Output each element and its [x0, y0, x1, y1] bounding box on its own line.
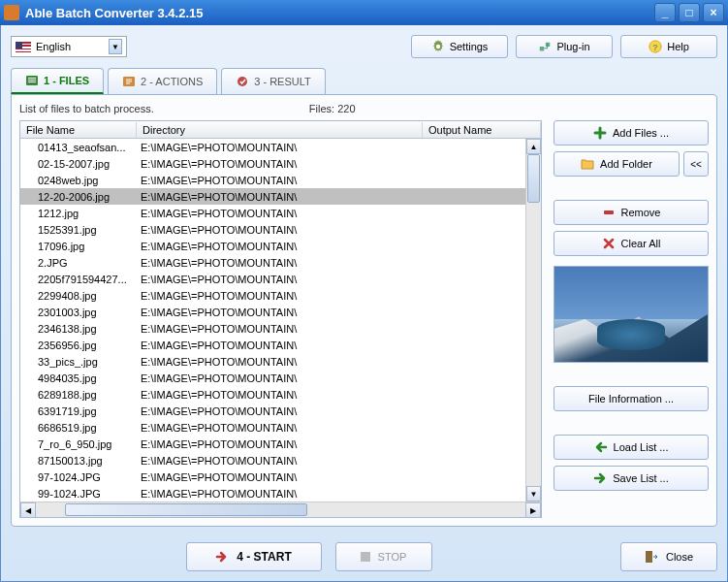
svg-point-0 [435, 45, 439, 48]
scroll-right-icon[interactable]: ▶ [525, 502, 541, 518]
col-output[interactable]: Output Name [423, 122, 541, 138]
cell-filename: 97-1024.JPG [20, 471, 137, 483]
table-header: File Name Directory Output Name [20, 121, 541, 139]
cell-filename: 6289188.jpg [20, 389, 137, 401]
arrow-right-icon [593, 471, 607, 485]
table-row[interactable]: 01413_seaofsan...E:\IMAGE\=PHOTO\MOUNTAI… [20, 139, 525, 155]
table-row[interactable]: 2346138.jpgE:\IMAGE\=PHOTO\MOUNTAIN\ [20, 320, 525, 337]
chevron-down-icon[interactable]: ▼ [109, 39, 122, 54]
plugin-button[interactable]: Plug-in [516, 35, 613, 58]
cell-directory: E:\IMAGE\=PHOTO\MOUNTAIN\ [137, 471, 423, 483]
add-files-button[interactable]: Add Files ... [554, 120, 709, 146]
folder-icon [581, 157, 594, 171]
tabs: 1 - FILES 2 - ACTIONS 3 - RESULT [11, 68, 717, 94]
load-list-label: Load List ... [614, 441, 669, 453]
tab-result[interactable]: 3 - RESULT [221, 68, 325, 94]
table-row[interactable]: 17096.jpgE:\IMAGE\=PHOTO\MOUNTAIN\ [20, 238, 525, 254]
titlebar[interactable]: Able Batch Converter 3.4.2.15 _ □ × [0, 0, 728, 25]
cell-directory: E:\IMAGE\=PHOTO\MOUNTAIN\ [137, 158, 423, 170]
tab-actions[interactable]: 2 - ACTIONS [108, 68, 217, 94]
svg-rect-6 [28, 81, 36, 82]
table-row[interactable]: 2205f791594427...E:\IMAGE\=PHOTO\MOUNTAI… [20, 271, 525, 287]
scroll-up-icon[interactable]: ▲ [526, 139, 541, 154]
cell-directory: E:\IMAGE\=PHOTO\MOUNTAIN\ [137, 340, 423, 351]
table-row[interactable]: 2.JPGE:\IMAGE\=PHOTO\MOUNTAIN\ [20, 254, 525, 271]
table-row[interactable]: 2301003.jpgE:\IMAGE\=PHOTO\MOUNTAIN\ [20, 304, 525, 320]
cell-filename: 01413_seaofsan... [20, 142, 137, 153]
remove-button[interactable]: Remove [554, 200, 709, 225]
scroll-left-icon[interactable]: ◀ [20, 502, 36, 518]
close-button[interactable]: Close [620, 542, 717, 571]
svg-rect-11 [646, 551, 652, 563]
add-folder-button[interactable]: Add Folder [554, 151, 680, 177]
cell-directory: E:\IMAGE\=PHOTO\MOUNTAIN\ [137, 438, 423, 450]
app-icon [4, 5, 19, 20]
cell-directory: E:\IMAGE\=PHOTO\MOUNTAIN\ [137, 372, 423, 384]
col-filename[interactable]: File Name [20, 122, 137, 138]
table-row[interactable]: 87150013.jpgE:\IMAGE\=PHOTO\MOUNTAIN\ [20, 452, 525, 469]
close-label: Close [666, 551, 693, 563]
table-row[interactable]: 12-20-2006.jpgE:\IMAGE\=PHOTO\MOUNTAIN\ [20, 188, 525, 205]
load-list-button[interactable]: Load List ... [554, 435, 709, 460]
plus-icon [593, 126, 607, 140]
close-window-button[interactable]: × [703, 3, 724, 22]
cell-filename: 4984035.jpg [20, 372, 137, 384]
table-row[interactable]: 2299408.jpgE:\IMAGE\=PHOTO\MOUNTAIN\ [20, 287, 525, 304]
cell-filename: 1525391.jpg [20, 224, 137, 236]
language-select[interactable]: English ▼ [11, 36, 127, 57]
svg-rect-10 [361, 552, 370, 562]
col-directory[interactable]: Directory [137, 122, 423, 138]
file-information-button[interactable]: File Information ... [554, 386, 709, 411]
table-row[interactable]: 6686519.jpgE:\IMAGE\=PHOTO\MOUNTAIN\ [20, 419, 525, 436]
stop-button[interactable]: STOP [335, 542, 432, 571]
table-row[interactable]: 1212.jpgE:\IMAGE\=PHOTO\MOUNTAIN\ [20, 205, 525, 221]
hscroll-thumb[interactable] [65, 503, 307, 516]
file-table: File Name Directory Output Name 01413_se… [19, 120, 542, 518]
minimize-button[interactable]: _ [654, 3, 676, 22]
table-row[interactable]: 6391719.jpgE:\IMAGE\=PHOTO\MOUNTAIN\ [20, 403, 525, 419]
cell-directory: E:\IMAGE\=PHOTO\MOUNTAIN\ [137, 208, 423, 219]
table-row[interactable]: 97-1024.JPGE:\IMAGE\=PHOTO\MOUNTAIN\ [20, 469, 525, 485]
help-icon: ? [649, 40, 662, 53]
cell-filename: 2346138.jpg [20, 323, 137, 335]
cell-directory: E:\IMAGE\=PHOTO\MOUNTAIN\ [137, 455, 423, 467]
vertical-scrollbar[interactable]: ▲ ▼ [525, 139, 541, 501]
scroll-down-icon[interactable]: ▼ [526, 486, 541, 501]
collapse-button[interactable]: << [683, 151, 709, 177]
door-icon [645, 550, 658, 564]
cell-filename: 7_ro_6_950.jpg [20, 438, 137, 450]
settings-icon [431, 40, 445, 53]
maximize-button[interactable]: □ [679, 3, 700, 22]
start-button[interactable]: 4 - START [186, 542, 322, 571]
cell-filename: 2205f791594427... [20, 274, 137, 285]
svg-point-8 [237, 77, 247, 86]
table-row[interactable]: 2356956.jpgE:\IMAGE\=PHOTO\MOUNTAIN\ [20, 337, 525, 353]
list-info: List of files to batch process. Files: 2… [19, 103, 709, 114]
save-list-button[interactable]: Save List ... [554, 466, 709, 491]
table-row[interactable]: 33_pics_.jpgE:\IMAGE\=PHOTO\MOUNTAIN\ [20, 353, 525, 370]
horizontal-scrollbar[interactable]: ◀ ▶ [20, 501, 541, 517]
table-row[interactable]: 99-1024.JPGE:\IMAGE\=PHOTO\MOUNTAIN\ [20, 485, 525, 501]
table-row[interactable]: 0248web.jpgE:\IMAGE\=PHOTO\MOUNTAIN\ [20, 172, 525, 188]
tab-result-label: 3 - RESULT [254, 76, 310, 87]
cell-directory: E:\IMAGE\=PHOTO\MOUNTAIN\ [137, 175, 423, 186]
window-title: Able Batch Converter 3.4.2.15 [25, 6, 651, 20]
clear-all-button[interactable]: Clear All [554, 231, 709, 256]
cell-directory: E:\IMAGE\=PHOTO\MOUNTAIN\ [137, 241, 423, 252]
cell-directory: E:\IMAGE\=PHOTO\MOUNTAIN\ [137, 142, 423, 153]
tab-files[interactable]: 1 - FILES [11, 68, 104, 94]
table-row[interactable]: 4984035.jpgE:\IMAGE\=PHOTO\MOUNTAIN\ [20, 370, 525, 386]
minus-icon [602, 206, 616, 219]
cell-directory: E:\IMAGE\=PHOTO\MOUNTAIN\ [137, 224, 423, 236]
files-icon [25, 74, 39, 87]
table-row[interactable]: 7_ro_6_950.jpgE:\IMAGE\=PHOTO\MOUNTAIN\ [20, 436, 525, 452]
table-row[interactable]: 1525391.jpgE:\IMAGE\=PHOTO\MOUNTAIN\ [20, 221, 525, 238]
help-button[interactable]: ? Help [620, 35, 717, 58]
window-body: English ▼ Settings Plug-in ? Help 1 - FI… [0, 25, 728, 582]
table-row[interactable]: 02-15-2007.jpgE:\IMAGE\=PHOTO\MOUNTAIN\ [20, 155, 525, 172]
content-panel: List of files to batch process. Files: 2… [11, 94, 717, 527]
table-row[interactable]: 6289188.jpgE:\IMAGE\=PHOTO\MOUNTAIN\ [20, 386, 525, 403]
scroll-thumb[interactable] [527, 154, 540, 203]
settings-button[interactable]: Settings [411, 35, 508, 58]
result-icon [236, 75, 249, 88]
